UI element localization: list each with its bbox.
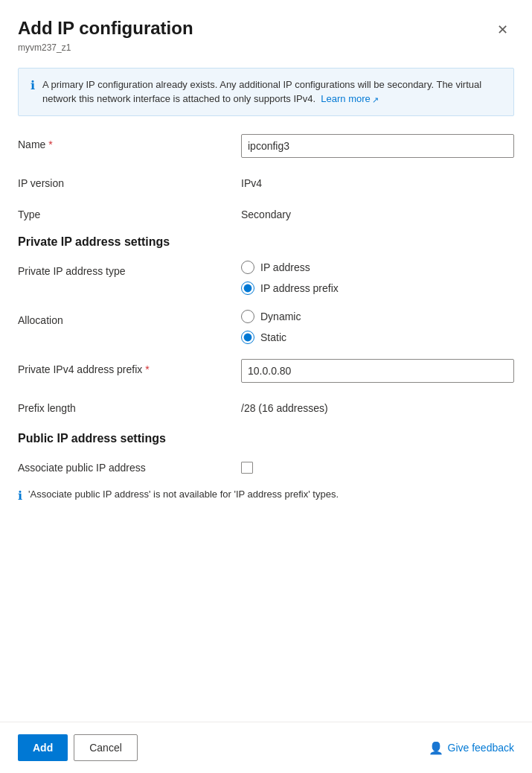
footer-actions: Add Cancel (18, 734, 138, 761)
private-ipv4-prefix-label: Private IPv4 address prefix * (18, 359, 241, 375)
radio-ip-prefix[interactable]: IP address prefix (241, 281, 514, 295)
private-ip-type-row: Private IP address type IP address IP ad… (18, 261, 514, 295)
private-ip-type-label: Private IP address type (18, 261, 241, 277)
prefix-length-value: /28 (16 addresses) (241, 398, 514, 414)
associate-public-ip-checkbox[interactable] (241, 462, 253, 474)
info-banner-text: A primary IP configuration already exist… (42, 77, 501, 106)
header-title-area: Add IP configuration myvm237_z1 (18, 18, 193, 53)
public-ip-note-banner: ℹ 'Associate public IP address' is not a… (18, 489, 514, 503)
radio-dynamic-input[interactable] (241, 310, 254, 323)
panel-subtitle: myvm237_z1 (18, 42, 193, 53)
info-icon: ℹ (31, 78, 35, 92)
radio-ip-address-input[interactable] (241, 261, 254, 274)
private-ipv4-prefix-input[interactable] (241, 359, 514, 383)
associate-public-ip-row: Associate public IP address (18, 457, 514, 474)
name-row: Name * (18, 134, 514, 158)
private-ipv4-required-star: * (145, 363, 149, 375)
radio-ip-prefix-input[interactable] (241, 281, 254, 295)
panel-title: Add IP configuration (18, 18, 193, 39)
public-ip-note-text: 'Associate public IP address' is not ava… (28, 489, 339, 500)
name-label: Name * (18, 134, 241, 150)
radio-ip-prefix-label: IP address prefix (260, 282, 339, 294)
info-banner: ℹ A primary IP configuration already exi… (18, 68, 514, 116)
ip-version-value: IPv4 (241, 173, 514, 189)
close-icon: ✕ (497, 23, 508, 36)
allocation-radio-group: Dynamic Static (241, 310, 514, 344)
external-link-icon: ↗ (372, 95, 379, 104)
allocation-row: Allocation Dynamic Static (18, 310, 514, 344)
panel-content: ℹ A primary IP configuration already exi… (0, 53, 532, 722)
add-button[interactable]: Add (18, 734, 68, 761)
radio-static-label: Static (260, 331, 286, 343)
name-required-star: * (48, 139, 52, 150)
type-value: Secondary (241, 204, 514, 220)
cancel-button[interactable]: Cancel (74, 734, 138, 761)
feedback-icon: 👤 (429, 741, 443, 755)
basic-form-section: Name * IP version IPv4 Type Secondary (18, 134, 514, 220)
add-ip-configuration-panel: Add IP configuration myvm237_z1 ✕ ℹ A pr… (0, 0, 532, 773)
panel-footer: Add Cancel 👤 Give feedback (0, 722, 532, 773)
public-ip-section-heading: Public IP address settings (18, 432, 514, 445)
ip-version-label: IP version (18, 173, 241, 189)
prefix-length-label: Prefix length (18, 398, 241, 414)
radio-ip-address[interactable]: IP address (241, 261, 514, 274)
ip-version-row: IP version IPv4 (18, 173, 514, 189)
private-ipv4-prefix-row: Private IPv4 address prefix * (18, 359, 514, 383)
radio-ip-address-label: IP address (260, 261, 310, 273)
panel-header: Add IP configuration myvm237_z1 ✕ (0, 0, 532, 53)
name-input[interactable] (241, 134, 514, 158)
note-icon: ℹ (18, 489, 22, 503)
type-row: Type Secondary (18, 204, 514, 220)
prefix-length-row: Prefix length /28 (16 addresses) (18, 398, 514, 414)
radio-dynamic-label: Dynamic (260, 311, 301, 322)
associate-public-ip-checkbox-wrapper (241, 457, 514, 474)
close-button[interactable]: ✕ (490, 18, 514, 42)
allocation-label: Allocation (18, 310, 241, 326)
associate-public-ip-label: Associate public IP address (18, 457, 241, 474)
radio-static[interactable]: Static (241, 331, 514, 344)
give-feedback-button[interactable]: 👤 Give feedback (429, 741, 515, 755)
type-label: Type (18, 204, 241, 220)
radio-static-input[interactable] (241, 331, 254, 344)
private-ip-type-radio-group: IP address IP address prefix (241, 261, 514, 295)
radio-dynamic[interactable]: Dynamic (241, 310, 514, 323)
private-ip-section-heading: Private IP address settings (18, 235, 514, 249)
learn-more-link[interactable]: Learn more↗ (321, 93, 378, 104)
